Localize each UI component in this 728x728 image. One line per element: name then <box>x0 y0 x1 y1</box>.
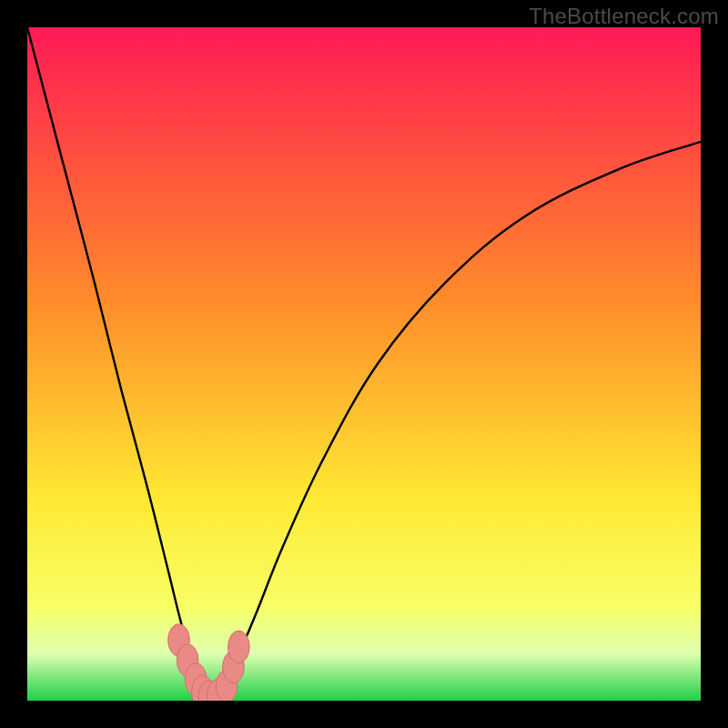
marker-point <box>228 631 250 663</box>
plot-area <box>27 27 701 701</box>
watermark-text: TheBottleneck.com <box>529 4 719 29</box>
chart-frame: TheBottleneck.com <box>0 0 728 728</box>
bottleneck-chart <box>27 27 701 701</box>
gradient-background <box>27 27 701 701</box>
